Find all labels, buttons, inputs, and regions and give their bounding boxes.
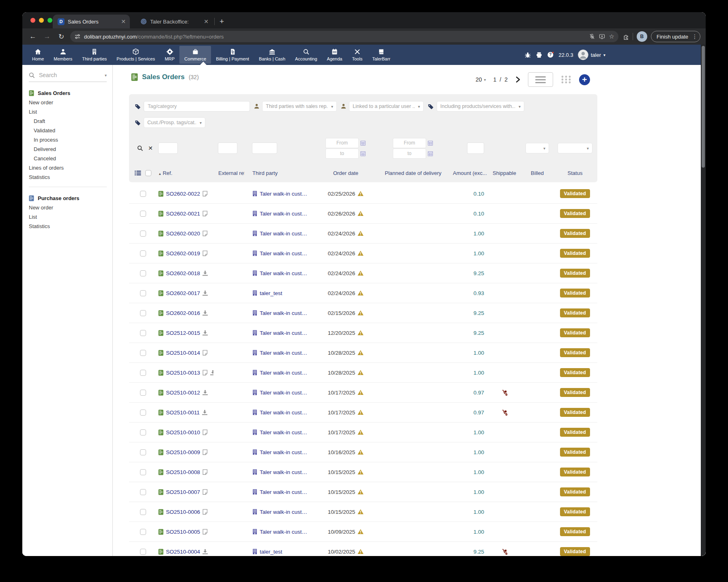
order-date-to-input[interactable]: [326, 149, 358, 158]
row-checkbox[interactable]: [140, 191, 146, 197]
row-checkbox[interactable]: [140, 330, 146, 336]
third-party-link[interactable]: Taler walk-in cust…: [260, 469, 307, 475]
row-checkbox[interactable]: [140, 211, 146, 217]
row-checkbox[interactable]: [140, 469, 146, 475]
top-menu-billing-payment[interactable]: $Billing | Payment: [211, 46, 254, 64]
minimize-window-button[interactable]: [39, 18, 44, 23]
maximize-window-button[interactable]: [47, 18, 52, 23]
tab-sales-orders[interactable]: D Sales Orders ✕: [53, 15, 130, 28]
sidebar-item-statistics[interactable]: Statistics: [29, 222, 107, 231]
top-menu-products-services[interactable]: Products | Services: [112, 46, 160, 64]
column-header-planned-delivery[interactable]: Planned date of delivery: [378, 170, 448, 176]
search-dropdown-caret-icon[interactable]: ▾: [105, 73, 107, 78]
order-ref-link[interactable]: SO2510-0011: [166, 410, 200, 416]
third-party-link[interactable]: Taler walk-in cust…: [260, 191, 307, 197]
top-menu-third-parties[interactable]: Third parties: [77, 46, 112, 64]
page-scrollbar[interactable]: [701, 45, 706, 556]
mic-off-icon[interactable]: [589, 33, 595, 40]
extensions-puzzle-icon[interactable]: [622, 33, 629, 40]
top-menu-members[interactable]: Members: [49, 46, 77, 64]
download-icon[interactable]: [202, 390, 208, 395]
order-ref-link[interactable]: SO2510-0009: [166, 449, 200, 455]
new-tab-button[interactable]: +: [216, 17, 227, 26]
download-icon[interactable]: [202, 271, 208, 276]
column-header-order-date[interactable]: Order date: [313, 170, 378, 176]
third-party-link[interactable]: Taler walk-in cust…: [260, 350, 307, 356]
order-date-from-input[interactable]: [326, 138, 358, 148]
third-party-link[interactable]: Taler walk-in cust…: [260, 211, 307, 217]
row-checkbox[interactable]: [140, 489, 146, 495]
search-third-party-input[interactable]: [252, 143, 277, 153]
download-icon[interactable]: [202, 291, 208, 296]
tag-category-input[interactable]: [144, 101, 250, 112]
help-icon[interactable]: ?: [547, 51, 554, 58]
search-external-ref-input[interactable]: [218, 143, 237, 153]
run-search-icon[interactable]: [137, 145, 143, 151]
calendar-icon[interactable]: [360, 151, 366, 156]
page-size-select[interactable]: 20 ▾: [476, 76, 486, 83]
third-party-link[interactable]: Taler walk-in cust…: [260, 270, 307, 276]
search-amount-input[interactable]: [467, 143, 484, 153]
calendar-icon[interactable]: [360, 140, 366, 146]
third-party-link[interactable]: Taler walk-in cust…: [260, 390, 307, 396]
third-party-link[interactable]: Taler walk-in cust…: [260, 231, 307, 237]
row-checkbox[interactable]: [140, 529, 146, 535]
note-icon[interactable]: [202, 191, 208, 196]
note-icon[interactable]: [202, 250, 208, 256]
column-header-ref[interactable]: ▲Ref.: [153, 170, 213, 176]
calendar-icon[interactable]: [428, 140, 433, 146]
order-ref-link[interactable]: SO2602-0018: [166, 270, 200, 276]
order-ref-link[interactable]: SO2602-0021: [166, 211, 200, 217]
third-party-link[interactable]: Taler walk-in cust…: [260, 509, 307, 515]
top-menu-talerbarr[interactable]: TalerBarr: [367, 46, 395, 64]
note-icon[interactable]: [202, 469, 208, 475]
macos-window-controls[interactable]: [30, 18, 52, 23]
page-scrollbar-thumb[interactable]: [702, 46, 705, 168]
download-icon[interactable]: [202, 310, 208, 316]
download-icon[interactable]: [202, 410, 207, 415]
row-checkbox[interactable]: [140, 509, 146, 515]
order-ref-link[interactable]: SO2602-0019: [166, 250, 200, 257]
note-icon[interactable]: [202, 231, 208, 236]
column-header-external-ref[interactable]: External ref: [213, 170, 244, 176]
select-columns-icon[interactable]: [135, 170, 141, 176]
third-party-link[interactable]: Taler walk-in cust…: [260, 489, 307, 495]
sidebar-item-list[interactable]: List: [29, 107, 107, 116]
sidebar-item-delivered[interactable]: Delivered: [29, 144, 107, 154]
order-ref-link[interactable]: SO2512-0015: [166, 330, 200, 336]
sidebar-search-input[interactable]: [38, 71, 101, 79]
order-ref-link[interactable]: SO2510-0014: [166, 350, 200, 356]
sidebar-item-validated[interactable]: Validated: [29, 126, 107, 135]
order-ref-link[interactable]: SO2510-0006: [166, 509, 200, 515]
browser-menu-kebab-icon[interactable]: ⋮: [692, 33, 698, 40]
note-icon[interactable]: [202, 449, 208, 455]
reload-button[interactable]: ↻: [56, 32, 67, 41]
sidebar-search[interactable]: ▾: [29, 71, 107, 82]
sidebar-item-statistics[interactable]: Statistics: [29, 172, 107, 182]
top-menu-accounting[interactable]: Accounting: [290, 46, 322, 64]
sidebar-item-canceled[interactable]: Canceled: [29, 154, 107, 163]
install-app-icon[interactable]: [599, 33, 605, 40]
row-checkbox[interactable]: [140, 310, 146, 316]
row-checkbox[interactable]: [140, 410, 146, 416]
forward-button[interactable]: →: [42, 32, 52, 41]
note-icon[interactable]: [202, 211, 208, 216]
back-button[interactable]: ←: [28, 32, 38, 41]
third-party-link[interactable]: Taler walk-in cust…: [260, 529, 307, 535]
sidebar-item-lines-of-orders[interactable]: Lines of orders: [29, 163, 107, 172]
top-menu-home[interactable]: Home: [27, 46, 49, 64]
url-bar[interactable]: dolibarr.potuzhnyi.com/commande/list.php…: [70, 31, 618, 42]
tab-close-icon[interactable]: ✕: [121, 18, 126, 25]
row-checkbox[interactable]: [140, 270, 146, 276]
search-billed-dropdown[interactable]: ▾: [526, 143, 549, 153]
sidebar-item-list[interactable]: List: [29, 212, 107, 222]
order-ref-link[interactable]: SO2510-0008: [166, 469, 200, 475]
column-header-billed[interactable]: Billed: [522, 170, 553, 176]
kanban-view-toggle[interactable]: [560, 75, 572, 84]
sales-rep-dropdown[interactable]: Third parties with sales rep... ▾: [262, 101, 337, 112]
third-party-link[interactable]: Taler walk-in cust…: [260, 310, 307, 316]
close-window-button[interactable]: [30, 18, 35, 23]
top-menu-tools[interactable]: Tools: [347, 46, 367, 64]
site-settings-icon[interactable]: [74, 33, 81, 40]
sidebar-section-sales-orders[interactable]: Sales Orders: [29, 90, 107, 96]
